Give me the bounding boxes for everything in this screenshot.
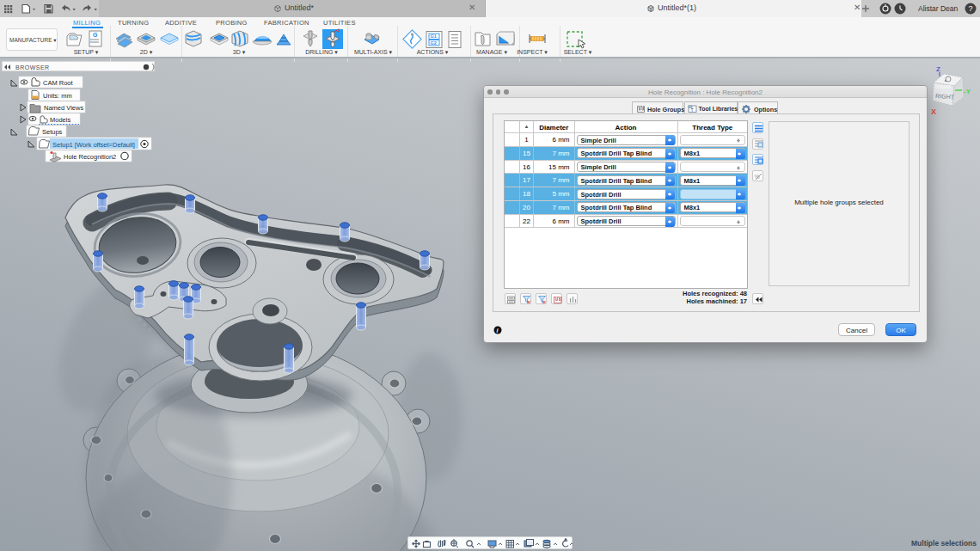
svg-text:-Y: -Y <box>964 88 971 95</box>
svg-text:G1: G1 <box>431 34 437 39</box>
svg-text:G2: G2 <box>431 40 437 46</box>
svg-text:?: ? <box>969 4 973 13</box>
svg-text:Units: mm: Units: mm <box>43 92 72 100</box>
svg-text:Models: Models <box>50 116 70 124</box>
svg-text:G: G <box>93 32 98 38</box>
svg-text:CAM Root: CAM Root <box>43 79 74 87</box>
svg-text:Hole Recognition2: Hole Recognition2 <box>64 153 116 161</box>
svg-text:X: X <box>931 107 936 116</box>
svg-text:BROWSER: BROWSER <box>15 64 50 70</box>
svg-text:Setup1 [Work offset=Default]: Setup1 [Work offset=Default] <box>52 141 135 149</box>
svg-text:Z: Z <box>936 65 940 73</box>
svg-text:Named Views: Named Views <box>44 104 83 112</box>
svg-text:Alistar Dean: Alistar Dean <box>918 4 959 13</box>
svg-text:Setups: Setups <box>42 128 63 136</box>
